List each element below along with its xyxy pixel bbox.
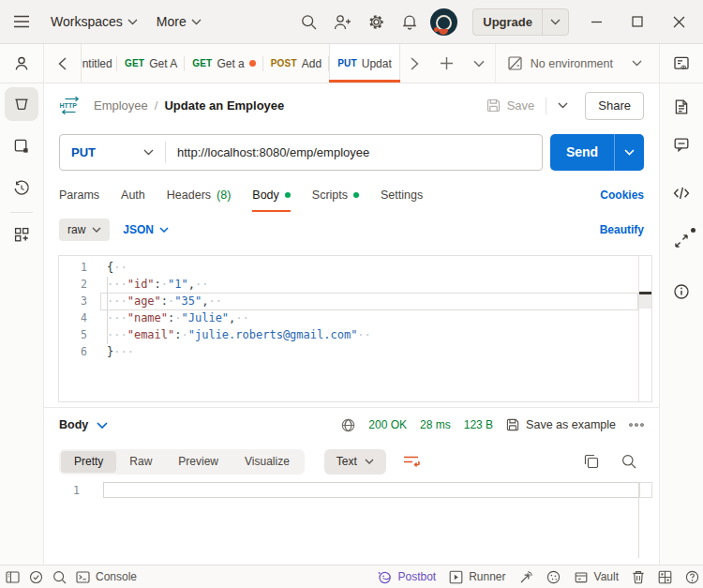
- network-globe-icon[interactable]: [341, 418, 355, 432]
- upgrade-button[interactable]: Upgrade: [472, 8, 569, 36]
- request-tab-3[interactable]: GETGet a: [185, 44, 263, 83]
- request-tab-1[interactable]: Untitled: [82, 44, 117, 83]
- request-tab-params[interactable]: Params: [59, 178, 99, 212]
- statusbar-vault[interactable]: Vault: [574, 570, 619, 583]
- env-quicklook-rail-button[interactable]: [665, 47, 698, 81]
- body-toolbar: raw JSON Beautify: [44, 213, 659, 246]
- tabs-scroll-right-icon[interactable]: [399, 44, 431, 83]
- statusbar-split-pane[interactable]: [658, 570, 672, 584]
- url-input[interactable]: [166, 145, 542, 159]
- chevron-down-icon: [365, 459, 374, 464]
- environment-selector[interactable]: No environment: [495, 44, 659, 83]
- user-rail-button[interactable]: [5, 47, 38, 81]
- request-tab-scripts[interactable]: Scripts: [312, 178, 359, 212]
- statusbar-capture[interactable]: [519, 570, 533, 584]
- search-response-icon[interactable]: [621, 454, 636, 469]
- request-tab-body[interactable]: Body: [252, 178, 291, 212]
- collections-rail-button[interactable]: [5, 87, 38, 121]
- comments-rail-button[interactable]: [665, 128, 698, 161]
- code-rail-button[interactable]: [665, 176, 698, 210]
- response-view-pretty[interactable]: Pretty: [61, 451, 116, 473]
- request-tab-5[interactable]: PUTUpdat: [329, 44, 400, 83]
- request-tab-4[interactable]: POSTAdd: [263, 44, 329, 83]
- response-more-actions-icon[interactable]: [629, 423, 644, 427]
- save-button[interactable]: Save: [477, 98, 545, 113]
- window-close-button[interactable]: [658, 0, 699, 43]
- response-view-raw[interactable]: Raw: [116, 451, 165, 473]
- request-tab-settings[interactable]: Settings: [381, 178, 423, 212]
- request-tab-headers[interactable]: Headers(8): [167, 178, 232, 212]
- send-button[interactable]: Send: [550, 134, 644, 171]
- invite-user-icon[interactable]: [325, 14, 359, 30]
- response-view-preview[interactable]: Preview: [165, 451, 232, 473]
- upgrade-button-label[interactable]: Upgrade: [473, 9, 543, 35]
- request-header-actions: Save Share: [477, 92, 644, 120]
- window-maximize-button[interactable]: [617, 0, 658, 43]
- documentation-rail-button[interactable]: [665, 90, 698, 124]
- breadcrumb-collection[interactable]: Employee: [94, 98, 148, 113]
- editor-line-6[interactable]: 6}···: [59, 343, 637, 360]
- response-status-code[interactable]: 200 OK: [368, 418, 407, 431]
- response-view-visualize[interactable]: Visualize: [232, 451, 303, 473]
- response-format-selector[interactable]: Text: [324, 449, 386, 475]
- request-tab-auth[interactable]: Auth: [121, 178, 145, 212]
- workspaces-menu[interactable]: Workspaces: [51, 14, 138, 29]
- response-body-selector[interactable]: Body: [59, 418, 108, 431]
- request-body-editor[interactable]: 1{··2···"id":·"1",··3···"age":·"35",··4·…: [58, 255, 652, 402]
- editor-line-3[interactable]: 3···"age":·"35",··: [59, 293, 637, 309]
- breadcrumb-request-name[interactable]: Update an Employee: [164, 98, 284, 113]
- info-rail-button[interactable]: [665, 275, 698, 309]
- statusbar-search[interactable]: [52, 570, 67, 584]
- wrap-lines-icon[interactable]: [402, 454, 421, 469]
- tabs-scroll-left-icon[interactable]: [44, 44, 82, 83]
- share-button[interactable]: Share: [585, 92, 644, 120]
- method-selector[interactable]: PUT: [60, 145, 165, 159]
- statusbar-check-circle[interactable]: [29, 570, 43, 584]
- related-requests-rail-button[interactable]: [665, 224, 698, 258]
- settings-gear-icon[interactable]: [359, 14, 393, 30]
- more-menu[interactable]: More: [157, 14, 202, 29]
- apps-add-rail-button[interactable]: [5, 218, 38, 251]
- statusbar-cookie[interactable]: [546, 570, 561, 584]
- notifications-bell-icon[interactable]: [393, 14, 426, 30]
- editor-line-1[interactable]: 1{··: [59, 259, 637, 276]
- environments-rail-button[interactable]: [5, 129, 38, 163]
- body-mode-selector[interactable]: raw: [59, 219, 110, 241]
- chevron-down-icon: [191, 19, 202, 25]
- request-tab-2[interactable]: GETGet A: [117, 44, 185, 83]
- window-minimize-button[interactable]: [576, 0, 617, 43]
- copy-icon[interactable]: [584, 454, 599, 469]
- tab-method-label: GET: [192, 58, 212, 68]
- statusbar-help[interactable]: [685, 570, 699, 584]
- response-body-editor[interactable]: 1: [44, 481, 659, 565]
- send-options-caret[interactable]: [614, 134, 644, 171]
- history-rail-button[interactable]: [5, 172, 38, 205]
- statusbar-console[interactable]: Console: [76, 570, 137, 583]
- statusbar-trash[interactable]: [632, 570, 645, 584]
- editor-line-4[interactable]: 4···"name":·"Julie",··: [59, 309, 637, 326]
- request-url-row: PUT Send: [44, 128, 659, 176]
- response-time[interactable]: 28 ms: [420, 418, 451, 431]
- response-view-toolbar: PrettyRawPreviewVisualize Text: [44, 442, 659, 481]
- cookies-link[interactable]: Cookies: [600, 188, 644, 202]
- editor-line-2[interactable]: 2···"id":·"1",··: [59, 276, 637, 293]
- save-options-caret[interactable]: [548, 102, 577, 109]
- save-as-example-button[interactable]: Save as example: [506, 418, 616, 431]
- statusbar-postbot[interactable]: Postbot: [377, 570, 436, 584]
- main-menu-icon[interactable]: [13, 15, 30, 28]
- beautify-link[interactable]: Beautify: [600, 223, 644, 236]
- search-icon: [52, 570, 67, 584]
- user-avatar[interactable]: [430, 8, 457, 36]
- editor-line-5[interactable]: 5···"email":·"julie.roberts@gmail.com"··: [59, 326, 637, 343]
- statusbar-runner[interactable]: Runner: [449, 570, 505, 584]
- statusbar-panel-toggle[interactable]: [6, 571, 20, 583]
- rail-divider: [10, 212, 33, 213]
- body-language-selector[interactable]: JSON: [123, 223, 169, 236]
- editor-overview-ruler[interactable]: [638, 256, 651, 401]
- response-size[interactable]: 123 B: [464, 418, 493, 431]
- upgrade-dropdown-caret[interactable]: [543, 9, 568, 35]
- tab-options-caret[interactable]: [463, 44, 495, 83]
- new-tab-button[interactable]: [431, 44, 463, 83]
- search-icon[interactable]: [292, 14, 325, 30]
- editor-scrollbar-thumb[interactable]: [639, 294, 651, 309]
